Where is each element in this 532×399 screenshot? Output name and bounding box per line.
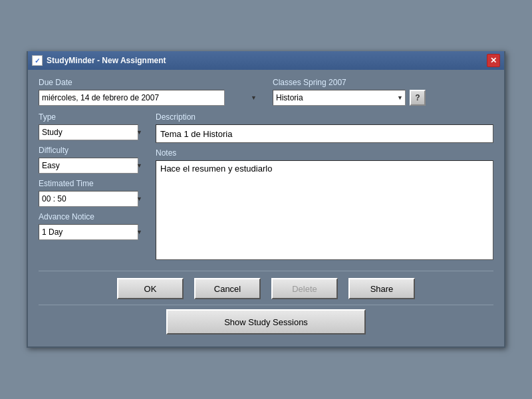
due-date-select-wrapper: miércoles, 14 de febrero de 2007 bbox=[39, 90, 259, 106]
main-content: Type Study Difficulty Easy bbox=[39, 112, 493, 260]
description-label: Description bbox=[156, 112, 493, 122]
ok-button[interactable]: OK bbox=[117, 278, 184, 299]
description-input[interactable] bbox=[156, 124, 493, 143]
main-window: ✓ StudyMinder - New Assignment ✕ Due Dat… bbox=[27, 51, 505, 348]
close-button[interactable]: ✕ bbox=[487, 54, 500, 67]
estimated-time-group: Estimated Time 00 : 50 bbox=[39, 179, 145, 207]
window-body: Due Date miércoles, 14 de febrero de 200… bbox=[28, 70, 504, 346]
difficulty-select-wrapper: Easy bbox=[39, 158, 145, 174]
advance-notice-select-wrapper: 1 Day bbox=[39, 224, 145, 240]
window-title: StudyMinder - New Assignment bbox=[47, 56, 166, 65]
difficulty-group: Difficulty Easy bbox=[39, 146, 145, 174]
advance-notice-select[interactable]: 1 Day bbox=[39, 224, 138, 240]
estimated-time-select-wrapper: 00 : 50 bbox=[39, 191, 145, 207]
type-label: Type bbox=[39, 112, 145, 122]
show-sessions-row: Show Study Sessions bbox=[39, 305, 493, 338]
notes-group: Notes Hace el resumen y estudiarlo bbox=[156, 148, 493, 260]
show-sessions-button[interactable]: Show Study Sessions bbox=[166, 309, 366, 334]
type-select[interactable]: Study bbox=[39, 124, 138, 140]
right-panel: Description Notes Hace el resumen y estu… bbox=[156, 112, 493, 260]
classes-label: Classes Spring 2007 bbox=[273, 78, 493, 87]
due-date-group: Due Date miércoles, 14 de febrero de 200… bbox=[39, 78, 259, 106]
due-date-label: Due Date bbox=[39, 78, 259, 87]
classes-select[interactable]: Historia bbox=[273, 90, 406, 106]
delete-button[interactable]: Delete bbox=[271, 278, 338, 299]
classes-select-wrapper: Historia bbox=[273, 90, 406, 106]
notes-textarea[interactable]: Hace el resumen y estudiarlo bbox=[156, 160, 493, 260]
title-bar: ✓ StudyMinder - New Assignment ✕ bbox=[28, 51, 504, 70]
classes-group: Classes Spring 2007 Historia ? bbox=[273, 78, 493, 106]
left-panel: Type Study Difficulty Easy bbox=[39, 112, 145, 260]
description-group: Description bbox=[156, 112, 493, 143]
estimated-time-label: Estimated Time bbox=[39, 179, 145, 188]
notes-label: Notes bbox=[156, 148, 493, 158]
difficulty-label: Difficulty bbox=[39, 146, 145, 155]
due-date-select[interactable]: miércoles, 14 de febrero de 2007 bbox=[39, 90, 225, 106]
cancel-button[interactable]: Cancel bbox=[194, 278, 261, 299]
estimated-time-select[interactable]: 00 : 50 bbox=[39, 191, 138, 207]
top-row: Due Date miércoles, 14 de febrero de 200… bbox=[39, 78, 493, 106]
advance-notice-group: Advance Notice 1 Day bbox=[39, 212, 145, 240]
share-button[interactable]: Share bbox=[348, 278, 415, 299]
type-select-wrapper: Study bbox=[39, 124, 145, 140]
advance-notice-label: Advance Notice bbox=[39, 212, 145, 221]
classes-row: Historia ? bbox=[273, 90, 493, 106]
app-icon: ✓ bbox=[32, 55, 43, 66]
buttons-row: OK Cancel Delete Share bbox=[39, 271, 493, 299]
difficulty-select[interactable]: Easy bbox=[39, 158, 138, 174]
type-group: Type Study bbox=[39, 112, 145, 140]
help-button[interactable]: ? bbox=[410, 90, 426, 106]
